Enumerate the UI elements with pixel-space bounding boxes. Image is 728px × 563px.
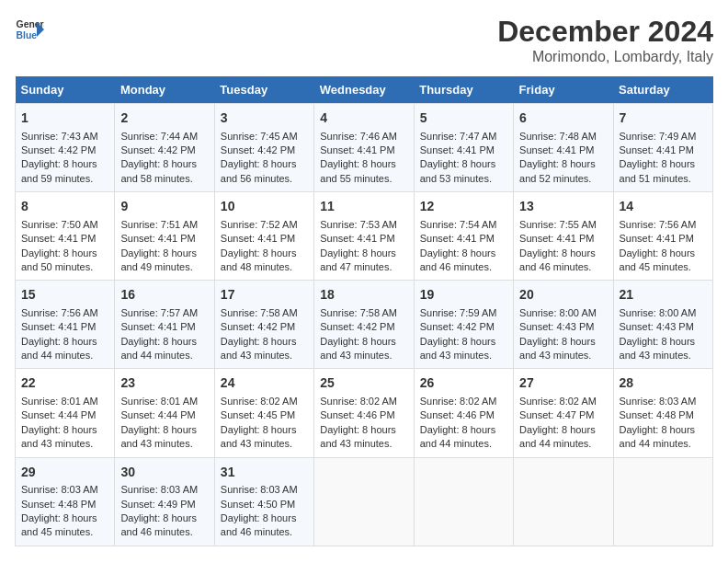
- day-number: 3: [221, 109, 308, 128]
- cell-line: and 53 minutes.: [420, 172, 507, 186]
- cell-line: Sunrise: 7:44 AM: [120, 130, 208, 144]
- cell-line: and 44 minutes.: [519, 437, 607, 451]
- day-number: 23: [120, 374, 208, 393]
- cell-line: Daylight: 8 hours: [519, 335, 607, 349]
- cell-line: Sunrise: 7:45 AM: [221, 130, 308, 144]
- cell-line: Daylight: 8 hours: [519, 423, 607, 437]
- day-header-wednesday: Wednesday: [314, 76, 414, 104]
- calendar-cell: 17Sunrise: 7:58 AMSunset: 4:42 PMDayligh…: [214, 281, 313, 369]
- cell-line: Daylight: 8 hours: [221, 157, 308, 171]
- day-number: 1: [21, 109, 108, 128]
- cell-line: and 59 minutes.: [21, 172, 108, 186]
- cell-line: and 44 minutes.: [420, 437, 507, 451]
- cell-line: Daylight: 8 hours: [221, 423, 308, 437]
- cell-line: Sunset: 4:41 PM: [221, 232, 308, 246]
- day-number: 26: [420, 374, 507, 393]
- cell-line: Sunrise: 8:01 AM: [120, 395, 208, 408]
- cell-line: Sunset: 4:42 PM: [320, 320, 407, 334]
- cell-line: Sunset: 4:41 PM: [320, 144, 407, 157]
- svg-text:Blue: Blue: [17, 30, 38, 40]
- logo: General Blue: [15, 15, 44, 44]
- day-number: 17: [221, 286, 308, 304]
- subtitle: Morimondo, Lombardy, Italy: [497, 49, 713, 65]
- calendar-cell: 10Sunrise: 7:52 AMSunset: 4:41 PMDayligh…: [214, 192, 313, 281]
- cell-line: Sunrise: 7:47 AM: [420, 130, 507, 144]
- calendar-cell: 7Sunrise: 7:49 AMSunset: 4:41 PMDaylight…: [613, 104, 712, 192]
- cell-line: Sunset: 4:42 PM: [221, 144, 308, 157]
- day-header-sunday: Sunday: [16, 76, 115, 104]
- calendar-cell: 29Sunrise: 8:03 AMSunset: 4:48 PMDayligh…: [16, 457, 115, 546]
- cell-line: Sunrise: 8:03 AM: [120, 483, 208, 497]
- cell-line: Daylight: 8 hours: [320, 335, 407, 349]
- cell-line: Daylight: 8 hours: [120, 335, 208, 349]
- calendar-cell: [414, 457, 513, 546]
- cell-line: Sunset: 4:44 PM: [120, 408, 208, 422]
- cell-line: Sunrise: 7:58 AM: [221, 306, 308, 320]
- cell-line: Sunset: 4:41 PM: [519, 232, 607, 246]
- calendar-cell: 31Sunrise: 8:03 AMSunset: 4:50 PMDayligh…: [214, 457, 313, 546]
- calendar-cell: 1Sunrise: 7:43 AMSunset: 4:42 PMDaylight…: [16, 104, 115, 192]
- cell-line: Sunrise: 7:59 AM: [420, 306, 507, 320]
- calendar-cell: [314, 457, 414, 546]
- calendar-header-row: SundayMondayTuesdayWednesdayThursdayFrid…: [16, 76, 713, 104]
- cell-line: Daylight: 8 hours: [420, 423, 507, 437]
- cell-line: Sunrise: 7:51 AM: [120, 218, 208, 232]
- cell-line: Sunrise: 7:48 AM: [519, 130, 607, 144]
- cell-line: Daylight: 8 hours: [420, 157, 507, 171]
- cell-line: Sunrise: 8:00 AM: [620, 306, 707, 320]
- cell-line: and 48 minutes.: [221, 260, 308, 274]
- cell-line: and 45 minutes.: [21, 525, 108, 539]
- cell-line: Sunset: 4:41 PM: [120, 232, 208, 246]
- day-number: 24: [221, 374, 308, 393]
- cell-line: Sunset: 4:41 PM: [519, 144, 607, 157]
- calendar-cell: 28Sunrise: 8:03 AMSunset: 4:48 PMDayligh…: [613, 369, 712, 457]
- calendar-table: SundayMondayTuesdayWednesdayThursdayFrid…: [15, 76, 713, 546]
- header: General Blue December 2024 Morimondo, Lo…: [15, 15, 713, 65]
- cell-line: Sunrise: 7:56 AM: [620, 218, 707, 232]
- calendar-cell: 18Sunrise: 7:58 AMSunset: 4:42 PMDayligh…: [314, 281, 414, 369]
- cell-line: Daylight: 8 hours: [21, 511, 108, 525]
- day-number: 11: [320, 198, 407, 216]
- day-header-saturday: Saturday: [613, 76, 712, 104]
- day-number: 8: [21, 198, 108, 216]
- calendar-cell: 15Sunrise: 7:56 AMSunset: 4:41 PMDayligh…: [16, 281, 115, 369]
- cell-line: and 43 minutes.: [519, 349, 607, 362]
- cell-line: Sunset: 4:50 PM: [221, 498, 308, 511]
- cell-line: Sunrise: 7:58 AM: [320, 306, 407, 320]
- cell-line: Sunset: 4:44 PM: [21, 408, 108, 422]
- day-number: 22: [21, 374, 108, 393]
- day-number: 14: [620, 198, 707, 216]
- cell-line: Sunset: 4:41 PM: [620, 232, 707, 246]
- cell-line: and 43 minutes.: [320, 349, 407, 362]
- cell-line: Daylight: 8 hours: [519, 157, 607, 171]
- cell-line: Sunset: 4:43 PM: [620, 320, 707, 334]
- day-number: 2: [120, 109, 208, 128]
- cell-line: and 43 minutes.: [120, 437, 208, 451]
- calendar-cell: 16Sunrise: 7:57 AMSunset: 4:41 PMDayligh…: [115, 281, 214, 369]
- calendar-cell: 6Sunrise: 7:48 AMSunset: 4:41 PMDaylight…: [514, 104, 613, 192]
- day-number: 18: [320, 286, 407, 304]
- day-number: 5: [420, 109, 507, 128]
- day-number: 10: [221, 198, 308, 216]
- day-number: 4: [320, 109, 407, 128]
- cell-line: Sunset: 4:49 PM: [120, 498, 208, 511]
- cell-line: Daylight: 8 hours: [120, 247, 208, 260]
- cell-line: Sunrise: 7:55 AM: [519, 218, 607, 232]
- day-number: 28: [620, 374, 707, 393]
- cell-line: and 46 minutes.: [221, 525, 308, 539]
- cell-line: Daylight: 8 hours: [120, 511, 208, 525]
- calendar-cell: [514, 457, 613, 546]
- logo-icon: General Blue: [15, 15, 44, 44]
- calendar-cell: 24Sunrise: 8:02 AMSunset: 4:45 PMDayligh…: [214, 369, 313, 457]
- calendar-cell: 26Sunrise: 8:02 AMSunset: 4:46 PMDayligh…: [414, 369, 513, 457]
- cell-line: and 43 minutes.: [620, 349, 707, 362]
- cell-line: Daylight: 8 hours: [519, 247, 607, 260]
- calendar-body: 1Sunrise: 7:43 AMSunset: 4:42 PMDaylight…: [16, 104, 713, 546]
- cell-line: Daylight: 8 hours: [620, 335, 707, 349]
- cell-line: Sunrise: 7:54 AM: [420, 218, 507, 232]
- cell-line: Daylight: 8 hours: [620, 247, 707, 260]
- day-number: 12: [420, 198, 507, 216]
- day-number: 29: [21, 464, 108, 482]
- cell-line: Sunrise: 7:57 AM: [120, 306, 208, 320]
- day-number: 21: [620, 286, 707, 304]
